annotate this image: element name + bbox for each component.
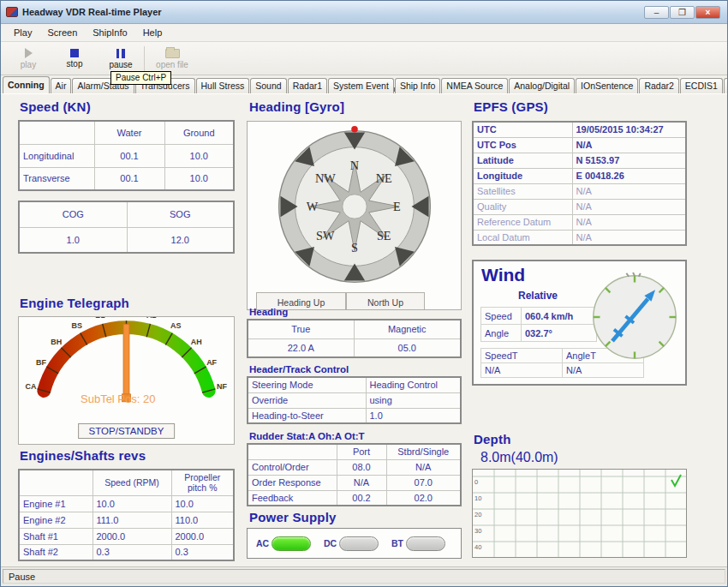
svg-text:W: W xyxy=(307,200,319,213)
depth-chart: 0 10 20 30 40 xyxy=(472,469,687,558)
toolbar-separator xyxy=(144,46,145,71)
wind-title: Wind xyxy=(481,265,525,285)
table-row: Heading-to-Steer1.0 xyxy=(248,408,461,423)
status-text: Pause xyxy=(3,569,725,584)
rudder-panel-title: Rudder Stat:A Oh:A Ot:T xyxy=(249,431,365,441)
heading-marker-dot xyxy=(351,126,358,133)
tab-nmea-source[interactable]: NMEA Source xyxy=(441,78,508,93)
tab-analog-digital[interactable]: Analog/Digital xyxy=(509,78,575,93)
sog-header: SOG xyxy=(127,201,234,227)
open-file-icon xyxy=(165,49,180,58)
svg-text:BF: BF xyxy=(36,358,46,367)
open-file-button[interactable]: open file xyxy=(152,45,193,73)
menu-screen[interactable]: Screen xyxy=(39,26,85,39)
svg-text:SE: SE xyxy=(377,229,391,243)
pause-button[interactable]: pause xyxy=(100,45,141,73)
table-row: LatitudeN 5153.97 xyxy=(473,153,686,168)
table-row: Engine #110.010.0 xyxy=(19,495,234,512)
ac-label: AC xyxy=(256,538,269,548)
telegraph-needle xyxy=(123,324,129,401)
stop-button[interactable]: stop xyxy=(54,45,95,73)
pause-icon xyxy=(116,49,125,58)
table-row: Local DatumN/A xyxy=(473,230,686,245)
speed-panel-title: Speed (KN) xyxy=(20,99,91,114)
table-row: SatellitesN/A xyxy=(473,183,686,199)
wind-speed-angle-table: Speed060.4 km/h Angle032.7° xyxy=(480,307,597,342)
maximize-button[interactable]: ❐ xyxy=(670,6,695,19)
app-window: Headway VDR Real-time Player – ❐ × Play … xyxy=(0,0,728,587)
power-ac-group: AC xyxy=(256,536,317,551)
rudder-table: Port Stbrd/Single Control/Order08.0N/A O… xyxy=(247,443,462,506)
table-row: Shaft #12000.02000.0 xyxy=(19,528,234,544)
power-panel-title: Power Supply xyxy=(249,510,337,524)
table-row: Transverse 00.1 10.0 xyxy=(19,167,234,190)
svg-text:SW: SW xyxy=(316,229,335,243)
table-row: Port Stbrd/Single xyxy=(248,444,461,459)
minimize-button[interactable]: – xyxy=(644,6,669,19)
svg-text:0: 0 xyxy=(474,478,478,486)
tab-air[interactable]: Air xyxy=(51,78,72,93)
tab-ship-info[interactable]: Ship Info xyxy=(395,78,440,93)
bt-label: BT xyxy=(391,538,403,548)
tab-sound[interactable]: Sound xyxy=(250,78,286,93)
svg-text:CA: CA xyxy=(25,382,36,391)
stop-icon xyxy=(70,49,79,57)
tab-ionsentence[interactable]: IOnSentence xyxy=(576,78,638,93)
telegraph-arc: CA BF BH BS BD ST AD AS AH AF NF xyxy=(19,317,234,403)
gyro-panel-title: Heading [Gyro] xyxy=(249,99,344,114)
table-row: COG SOG xyxy=(19,201,234,227)
engine-telegraph-gauge: CA BF BH BS BD ST AD AS AH AF NF xyxy=(18,316,235,445)
wind-mode-label: Relative xyxy=(518,290,558,302)
svg-text:S: S xyxy=(351,241,358,255)
tab-ecdis1[interactable]: ECDIS1 xyxy=(680,78,723,93)
play-button[interactable]: play xyxy=(8,45,49,73)
cog-sog-table: COG SOG 1.0 12.0 xyxy=(18,201,235,254)
tab-system-event[interactable]: System Event xyxy=(328,78,394,93)
north-up-button[interactable]: North Up xyxy=(346,292,425,309)
depth-y-axis-labels: 0 10 20 30 40 xyxy=(474,478,481,551)
svg-text:E: E xyxy=(393,200,401,213)
tab-hull-stress[interactable]: Hull Stress xyxy=(196,78,250,93)
conning-page: Speed (KN) Water Ground Longitudinal 00.… xyxy=(1,93,727,566)
svg-text:AS: AS xyxy=(170,321,181,330)
tab-radar1[interactable]: Radar1 xyxy=(288,78,327,93)
stop-standby-button[interactable]: STOP/STANDBY xyxy=(78,423,176,439)
table-row: Control/Order08.0N/A xyxy=(248,459,461,475)
menu-bar: Play Screen ShipInfo Help xyxy=(1,24,727,42)
table-row: QualityN/A xyxy=(473,199,686,214)
app-icon xyxy=(6,7,18,17)
table-row: Overrideusing xyxy=(248,392,461,408)
track-control-title: Header/Track Control xyxy=(249,364,349,374)
engines-panel-title: Engines/Shafts revs xyxy=(20,448,146,463)
speed-header-water: Water xyxy=(94,121,164,144)
telegraph-panel-title: Engine Telegraph xyxy=(20,296,129,310)
epfs-table: UTC19/05/2015 10:34:27 UTC PosN/A Latitu… xyxy=(472,121,687,246)
depth-value: 8.0m(40.0m) xyxy=(480,450,558,465)
svg-text:40: 40 xyxy=(474,543,481,551)
svg-text:BD: BD xyxy=(95,317,106,320)
table-row: 1.0 12.0 xyxy=(19,227,234,253)
tab-conning[interactable]: Conning xyxy=(3,76,50,93)
close-button[interactable]: × xyxy=(695,6,720,19)
pause-label: pause xyxy=(109,60,132,69)
table-row: N/AN/A xyxy=(481,363,644,378)
tab-ecdis2[interactable]: ECDIS2 xyxy=(724,78,727,93)
title-bar: Headway VDR Real-time Player – ❐ × xyxy=(1,1,727,24)
menu-play[interactable]: Play xyxy=(6,26,39,39)
svg-text:30: 30 xyxy=(474,527,481,535)
menu-shipinfo[interactable]: ShipInfo xyxy=(85,26,134,39)
table-row: Feedback00.202.0 xyxy=(248,490,461,506)
table-row: True Magnetic xyxy=(248,320,461,338)
table-row: UTC19/05/2015 10:34:27 xyxy=(473,122,686,137)
menu-help[interactable]: Help xyxy=(135,26,170,39)
power-dc-group: DC xyxy=(324,536,385,551)
sog-value: 12.0 xyxy=(127,227,234,253)
power-supply-panel: AC DC BT xyxy=(247,528,462,559)
subtel-position: SubTel Pos: 20 xyxy=(81,392,155,405)
window-title: Headway VDR Real-time Player xyxy=(22,7,162,17)
ac-indicator xyxy=(272,536,311,551)
window-controls: – ❐ × xyxy=(644,6,722,19)
tab-radar2[interactable]: Radar2 xyxy=(639,78,678,93)
open-file-label: open file xyxy=(156,60,188,69)
svg-text:NE: NE xyxy=(376,171,392,185)
